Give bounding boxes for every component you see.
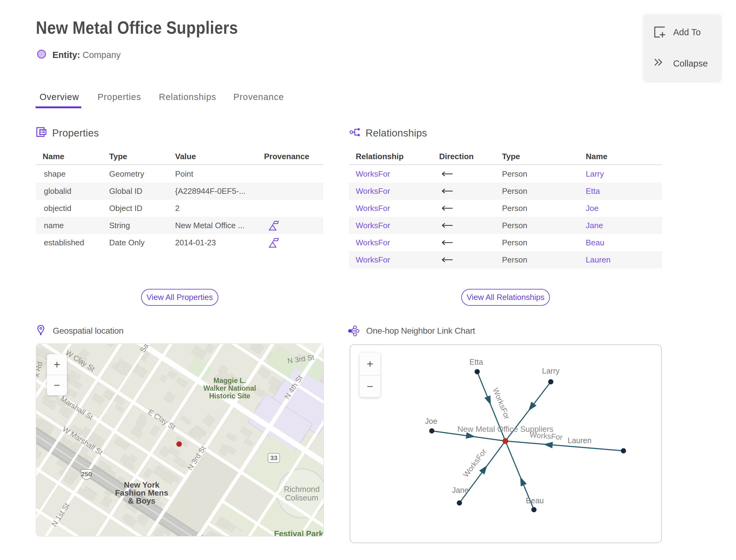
svg-text:Jane: Jane bbox=[452, 486, 469, 494]
svg-text:Larry: Larry bbox=[542, 366, 560, 375]
svg-text:Beau: Beau bbox=[526, 496, 544, 505]
svg-text:Walker National: Walker National bbox=[203, 384, 256, 392]
svg-text:Historic Site: Historic Site bbox=[209, 392, 250, 400]
svg-text:Lauren: Lauren bbox=[568, 436, 592, 445]
svg-text:Joe: Joe bbox=[425, 417, 437, 425]
svg-text:250: 250 bbox=[81, 470, 92, 478]
svg-text:Etta: Etta bbox=[470, 358, 483, 366]
svg-text:33: 33 bbox=[270, 454, 277, 461]
svg-text:Richmond: Richmond bbox=[284, 485, 320, 494]
svg-text:Coliseum: Coliseum bbox=[285, 493, 318, 502]
svg-text:& Boys: & Boys bbox=[128, 496, 155, 505]
svg-text:Festival Park: Festival Park bbox=[274, 529, 324, 536]
svg-text:Maggie L.: Maggie L. bbox=[213, 377, 246, 385]
